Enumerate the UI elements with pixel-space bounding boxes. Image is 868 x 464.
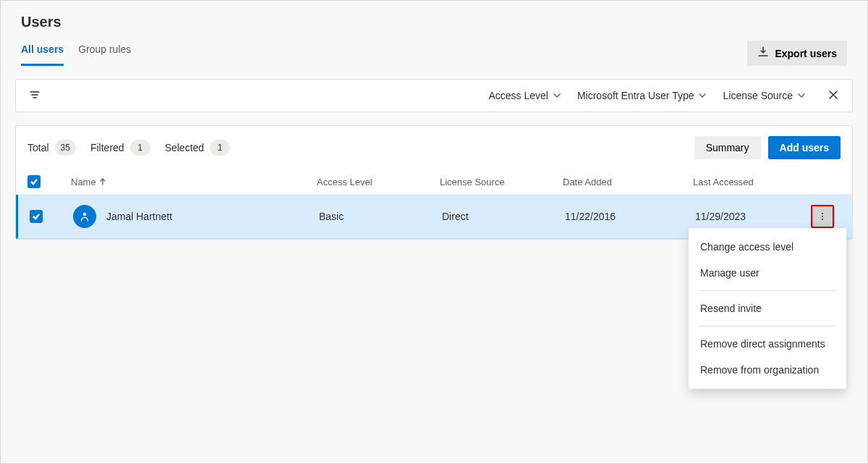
- filter-license-source-label: License Source: [723, 90, 793, 101]
- more-vertical-icon: [817, 211, 827, 222]
- chevron-down-icon: [553, 91, 561, 100]
- ctx-separator: [699, 326, 836, 326]
- select-all-checkbox[interactable]: [27, 175, 41, 188]
- tab-group-rules[interactable]: Group rules: [78, 43, 131, 66]
- tab-all-users[interactable]: All users: [21, 43, 64, 66]
- svg-point-1: [822, 213, 823, 214]
- col-last-accessed[interactable]: Last Accessed: [693, 177, 809, 187]
- stat-total-label: Total: [27, 142, 49, 153]
- filter-icon[interactable]: [29, 89, 41, 103]
- ctx-remove-from-org[interactable]: Remove from organization: [689, 357, 846, 383]
- sort-ascending-icon: [99, 178, 106, 185]
- select-all-cell: [27, 175, 71, 188]
- users-table-card: Total 35 Filtered 1 Selected 1 Summary A…: [15, 125, 853, 240]
- filter-license-source[interactable]: License Source: [721, 87, 807, 104]
- filter-bar: Access Level Microsoft Entra User Type L…: [15, 79, 853, 112]
- row-last-accessed: 11/29/2023: [695, 211, 811, 222]
- ctx-resend-invite[interactable]: Resend invite: [689, 295, 846, 321]
- ctx-manage-user[interactable]: Manage user: [689, 260, 846, 286]
- stat-selected: Selected 1: [165, 140, 230, 156]
- ctx-remove-direct-assignments[interactable]: Remove direct assignments: [689, 331, 846, 357]
- download-icon: [757, 46, 769, 60]
- chevron-down-icon: [698, 91, 707, 100]
- stat-filtered: Filtered 1: [90, 140, 150, 156]
- svg-point-3: [822, 219, 823, 220]
- add-users-button[interactable]: Add users: [768, 136, 841, 159]
- clear-filters-button[interactable]: [820, 89, 839, 103]
- filter-entra-user-type[interactable]: Microsoft Entra User Type: [576, 87, 709, 104]
- table-header: Name Access Level License Source Date Ad…: [16, 169, 852, 195]
- stat-selected-label: Selected: [165, 142, 204, 153]
- row-name-cell: Jamal Hartnett: [73, 205, 319, 228]
- row-access-level: Basic: [319, 211, 442, 222]
- stat-filtered-count: 1: [130, 140, 150, 156]
- check-icon: [30, 177, 38, 186]
- users-page: Users All users Group rules Export users…: [0, 0, 868, 464]
- person-icon: [78, 210, 91, 223]
- svg-point-0: [83, 213, 87, 216]
- ctx-change-access-level[interactable]: Change access level: [689, 234, 846, 260]
- col-name[interactable]: Name: [71, 177, 317, 187]
- stat-filtered-label: Filtered: [90, 142, 124, 153]
- row-select-cell: [30, 210, 73, 223]
- row-context-menu: Change access level Manage user Resend i…: [689, 228, 846, 389]
- row-date-added: 11/22/2016: [565, 211, 695, 222]
- header: Users All users Group rules Export users: [1, 1, 867, 69]
- check-icon: [32, 212, 41, 221]
- export-label: Export users: [775, 48, 837, 59]
- stat-total: Total 35: [27, 140, 76, 156]
- filter-access-level-label: Access Level: [488, 90, 548, 101]
- filter-access-level[interactable]: Access Level: [487, 87, 562, 104]
- row-license-source: Direct: [442, 211, 565, 222]
- stats-right: Summary Add users: [694, 136, 841, 159]
- stat-selected-count: 1: [210, 140, 230, 156]
- summary-button[interactable]: Summary: [694, 136, 761, 159]
- close-icon: [827, 89, 839, 101]
- filter-entra-label: Microsoft Entra User Type: [577, 90, 694, 101]
- stat-total-count: 35: [55, 140, 76, 156]
- row-actions-cell: [811, 205, 854, 228]
- stats-left: Total 35 Filtered 1 Selected 1: [27, 140, 230, 156]
- col-license-source[interactable]: License Source: [440, 177, 563, 187]
- ctx-separator: [699, 290, 836, 291]
- row-checkbox[interactable]: [30, 210, 43, 223]
- chevron-down-icon: [797, 91, 806, 100]
- more-actions-button[interactable]: [811, 205, 834, 228]
- col-access-level[interactable]: Access Level: [317, 177, 440, 187]
- col-name-label: Name: [71, 177, 96, 187]
- page-title: Users: [21, 14, 847, 30]
- col-date-added[interactable]: Date Added: [563, 177, 693, 187]
- avatar: [73, 205, 96, 228]
- export-users-button[interactable]: Export users: [747, 41, 847, 66]
- tabs: All users Group rules: [21, 43, 131, 66]
- table-row[interactable]: Jamal Hartnett Basic Direct 11/22/2016 1…: [16, 195, 852, 239]
- tab-row: All users Group rules Export users: [21, 41, 847, 69]
- svg-point-2: [822, 216, 823, 217]
- stats-row: Total 35 Filtered 1 Selected 1 Summary A…: [16, 126, 852, 169]
- row-name: Jamal Hartnett: [106, 211, 172, 222]
